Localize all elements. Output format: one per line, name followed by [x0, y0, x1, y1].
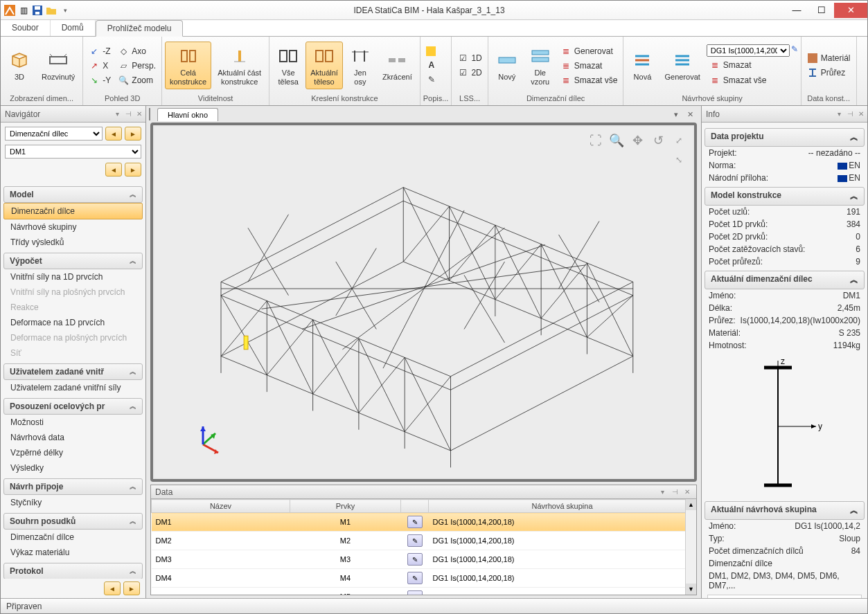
shorten-button[interactable]: Zkrácení: [378, 46, 417, 84]
by-template-button[interactable]: Dle vzoru: [524, 42, 556, 89]
table-row[interactable]: DM2M2✎DG1 Is(1000,14,200,18): [152, 532, 696, 550]
current-body-button[interactable]: Aktuální těleso: [305, 42, 343, 89]
nav-item[interactable]: Deformace na 1D prvcích: [3, 315, 143, 330]
view-axo[interactable]: ◇Axo: [115, 44, 159, 58]
dropdown-icon[interactable]: ▾: [112, 109, 122, 119]
viewport-3d[interactable]: ⛶ 🔍 ✥ ↺ ⤢ ⤡: [150, 123, 697, 482]
table-row[interactable]: DM1M1✎DG1 Is(1000,14,200,18): [152, 513, 696, 532]
nav-item[interactable]: Výkaz materiálu: [3, 545, 143, 560]
data-pin-icon[interactable]: ⊣: [670, 487, 680, 497]
nav-item[interactable]: Návrhová data: [3, 430, 143, 445]
rotate-icon[interactable]: ↺: [650, 132, 666, 149]
main-close-icon[interactable]: ✕: [684, 109, 696, 120]
label-btn-1[interactable]: [423, 45, 440, 57]
nav-item[interactable]: Výsledky: [3, 460, 143, 476]
close-icon[interactable]: ✕: [134, 109, 144, 119]
expand-icon[interactable]: ⤢: [671, 132, 687, 149]
nav-item[interactable]: Návrhové skupiny: [3, 219, 143, 235]
nav-item[interactable]: Třídy výsledků: [3, 235, 143, 250]
nav-section-user[interactable]: Uživatelem zadané vnitř︽: [3, 363, 143, 380]
dg-new-button[interactable]: Nová: [626, 46, 658, 84]
view-persp[interactable]: ▱Persp.: [115, 59, 159, 73]
data-dropdown-icon[interactable]: ▾: [657, 487, 667, 497]
nav-section-model[interactable]: Model︽: [3, 186, 143, 203]
edit-row-button[interactable]: ✎: [407, 516, 423, 528]
label-btn-2[interactable]: A: [423, 58, 440, 72]
new-member-button[interactable]: Nový: [491, 46, 523, 84]
table-row[interactable]: M5✎: [152, 588, 696, 595]
table-row[interactable]: DM3M3✎DG1 Is(1000,14,200,18): [152, 550, 696, 569]
nav-type-select[interactable]: Dimenzační dílec: [5, 127, 103, 141]
info-section[interactable]: Model konstrukce︽: [705, 187, 865, 206]
dg-generate-button[interactable]: Generovat: [659, 46, 705, 84]
lss-2d[interactable]: ☑2D: [454, 66, 484, 80]
pan-icon[interactable]: ✥: [629, 132, 646, 149]
pin-icon[interactable]: ⊣: [123, 109, 133, 119]
qat-btn-1[interactable]: ▥: [17, 4, 30, 17]
main-dropdown-icon[interactable]: ▾: [671, 109, 682, 120]
scroll-down-icon[interactable]: ▼: [686, 584, 696, 595]
app-icon[interactable]: [3, 4, 16, 17]
scroll-up-icon[interactable]: ▲: [686, 499, 696, 510]
info-section[interactable]: Aktuální dimenzační dílec︽: [705, 271, 865, 289]
lss-1d[interactable]: ☑1D: [454, 51, 484, 65]
all-bodies-button[interactable]: Vše tělesa: [272, 42, 304, 89]
tab-file[interactable]: Soubor: [1, 20, 51, 36]
main-tab[interactable]: Hlavní okno: [157, 108, 218, 121]
view-3d-button[interactable]: 3D: [3, 46, 35, 84]
view-x[interactable]: ↗X: [86, 59, 114, 73]
axes-only-button[interactable]: Jen osy: [344, 42, 376, 89]
nav-section-sum[interactable]: Souhrn posudků︽: [3, 513, 143, 530]
nav-next2-button[interactable]: ►: [125, 163, 141, 177]
view-neg-z[interactable]: ↙-Z: [86, 44, 114, 58]
zoom-icon[interactable]: 🔍: [608, 132, 625, 149]
tab-home[interactable]: Domů: [51, 20, 96, 36]
nav-prev2-button[interactable]: ◄: [105, 163, 122, 177]
nav-bottom-prev[interactable]: ◄: [104, 581, 121, 595]
folder-icon[interactable]: [45, 4, 57, 17]
nav-bottom-next[interactable]: ►: [123, 581, 140, 595]
table-header[interactable]: Návrhová skupina: [429, 500, 696, 513]
nav-section-steel[interactable]: Posouzení ocelových pr︽: [3, 398, 143, 415]
edit-icon[interactable]: ✎: [791, 44, 798, 57]
current-part-button[interactable]: Aktuální část konstrukce: [213, 42, 266, 89]
material-button[interactable]: Materiál: [804, 51, 853, 65]
table-header[interactable]: [401, 500, 429, 513]
save-icon[interactable]: [31, 4, 44, 17]
nav-item-select[interactable]: DM1: [5, 145, 141, 159]
tab-model-viewer[interactable]: Prohlížeč modelu: [96, 20, 184, 37]
edit-row-button[interactable]: ✎: [407, 553, 423, 566]
info-section[interactable]: Data projektu︽: [705, 128, 865, 147]
table-row[interactable]: DM4M4✎DG1 Is(1000,14,200,18): [152, 569, 696, 588]
maximize-button[interactable]: ☐: [809, 3, 834, 18]
table-header[interactable]: Prvky: [290, 500, 401, 513]
member-delete-all[interactable]: ≣Smazat vše: [558, 73, 621, 87]
nav-item[interactable]: Dimenzační dílce: [3, 203, 143, 219]
nav-item[interactable]: Styčníky: [3, 495, 143, 510]
data-close-icon[interactable]: ✕: [682, 487, 692, 497]
member-generate[interactable]: ≣Generovat: [558, 44, 621, 58]
whole-structure-button[interactable]: Celá konstrukce: [165, 42, 211, 89]
data-scrollbar[interactable]: ▲ ▼: [685, 499, 696, 595]
dg-select[interactable]: DG1 Is(1000,14,200,18): [707, 44, 790, 57]
dg-delete-all[interactable]: ≣Smazat vše: [707, 73, 798, 87]
view-neg-y[interactable]: ↘-Y: [86, 73, 114, 87]
nav-item[interactable]: Vzpěrné délky: [3, 445, 143, 460]
edit-row-button[interactable]: ✎: [407, 534, 423, 547]
nav-item[interactable]: Vnitřní síly na 1D prvcích: [3, 269, 143, 285]
nav-section-proto[interactable]: Protokol︽: [3, 563, 143, 579]
edit-row-button[interactable]: ✎: [407, 590, 423, 595]
collapse-icon[interactable]: ⤡: [671, 152, 687, 168]
qat-dropdown-icon[interactable]: ▾: [59, 4, 71, 17]
close-button[interactable]: ✕: [834, 3, 867, 18]
nav-item[interactable]: Dimenzační dílce: [3, 530, 143, 545]
nav-item[interactable]: Možnosti: [3, 415, 143, 430]
label-btn-3[interactable]: ✎: [423, 73, 440, 87]
view-zoom[interactable]: 🔍Zoom: [115, 73, 159, 87]
unfolded-button[interactable]: Rozvinutý: [37, 46, 80, 84]
nav-prev-button[interactable]: ◄: [105, 127, 122, 141]
nav-next-button[interactable]: ►: [125, 127, 141, 141]
nav-item[interactable]: Uživatelem zadané vnitřní síly: [3, 380, 143, 395]
edit-row-button[interactable]: ✎: [407, 572, 423, 584]
member-delete[interactable]: ≣Smazat: [558, 59, 621, 73]
